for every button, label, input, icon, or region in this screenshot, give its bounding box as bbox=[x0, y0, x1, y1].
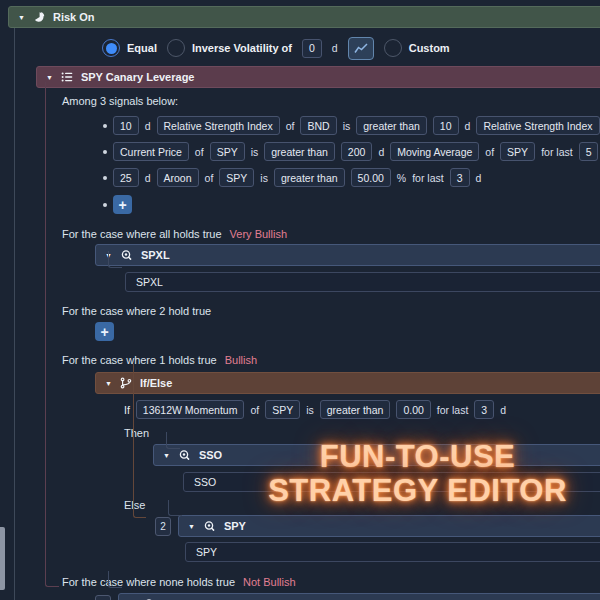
connector-elbow-spxl bbox=[108, 251, 122, 268]
radio-unselected-icon bbox=[167, 39, 185, 57]
asset-search-icon bbox=[178, 449, 191, 462]
connector-elbow-spy bbox=[168, 500, 182, 516]
connector-elbow-sso bbox=[166, 432, 180, 449]
condition-token[interactable]: SPY bbox=[219, 168, 254, 187]
canary-title: SPY Canary Leverage bbox=[81, 71, 195, 83]
condition-token[interactable]: SPY bbox=[500, 142, 535, 161]
collapse-icon[interactable]: ▼ bbox=[163, 452, 170, 459]
condition-text: of bbox=[286, 120, 295, 132]
asset-input-spy[interactable]: SPY bbox=[185, 542, 600, 562]
case-row-two: For the case where 2 hold true bbox=[62, 301, 600, 319]
asset-ticker: SPXL bbox=[141, 249, 170, 261]
condition-token[interactable]: 10 bbox=[113, 116, 139, 135]
condition-token[interactable]: Moving Average bbox=[390, 142, 479, 161]
condition-token[interactable]: 3 bbox=[474, 400, 494, 419]
condition-text: is bbox=[251, 146, 259, 158]
signals-intro: Among 3 signals below: bbox=[62, 95, 600, 107]
condition-token[interactable]: 0.00 bbox=[396, 400, 430, 419]
condition-token[interactable]: 5 bbox=[579, 142, 599, 161]
collapse-icon[interactable]: ▼ bbox=[18, 14, 25, 21]
case-label: For the case where 2 hold true bbox=[62, 305, 211, 317]
asset-input-spxl[interactable]: SPXL bbox=[125, 272, 600, 292]
connector-elbow-bil bbox=[108, 571, 122, 588]
condition-token[interactable]: SPY bbox=[210, 142, 245, 161]
condition-token[interactable]: Current Price bbox=[113, 142, 189, 161]
condition-token[interactable]: greater than bbox=[320, 400, 391, 419]
condition-token[interactable]: greater than bbox=[274, 168, 345, 187]
condition-text: d bbox=[145, 120, 151, 132]
condition-token[interactable]: greater than bbox=[264, 142, 335, 161]
case-row-none: For the case where none holds trueNot Bu… bbox=[62, 572, 600, 590]
bullet-icon bbox=[103, 124, 107, 128]
case-row-all: For the case where all holds trueVery Bu… bbox=[62, 224, 600, 242]
signal-row: 25dAroonofSPYisgreater than50.00%for las… bbox=[103, 168, 600, 187]
signal-row: 10dRelative Strength IndexofBNDisgreater… bbox=[103, 116, 600, 135]
condition-text: for last bbox=[412, 172, 444, 184]
condition-token[interactable]: 13612W Momentum bbox=[136, 400, 245, 419]
bullet-icon bbox=[103, 203, 107, 207]
weight-option-custom-label: Custom bbox=[409, 42, 450, 54]
weight-badge[interactable]: 2 bbox=[155, 517, 171, 536]
if-label: If bbox=[124, 404, 130, 416]
condition-token[interactable]: SPY bbox=[265, 400, 300, 419]
condition-token[interactable]: 10 bbox=[433, 116, 459, 135]
if-condition-row: If 13612W MomentumofSPYisgreater than0.0… bbox=[124, 400, 600, 419]
condition-token[interactable]: Relative Strength Index bbox=[476, 116, 599, 135]
add-signal-row: + bbox=[103, 195, 600, 214]
canary-block-header[interactable]: ▼ SPY Canary Leverage bbox=[36, 66, 600, 88]
weight-option-equal-label: Equal bbox=[127, 42, 157, 54]
condition-text: d bbox=[145, 172, 151, 184]
condition-text: of bbox=[250, 404, 259, 416]
radio-selected-icon bbox=[102, 39, 120, 57]
scope-line-risk-on bbox=[14, 28, 15, 600]
asset-block-header-bil[interactable]: ▼ BIL bbox=[118, 593, 600, 600]
risk-on-block-header[interactable]: ▼ Risk On bbox=[8, 6, 600, 28]
condition-token[interactable]: 25 bbox=[113, 168, 139, 187]
weight-badge[interactable]: 4 bbox=[95, 595, 111, 600]
condition-text: for last bbox=[437, 404, 469, 416]
weight-option-invvol-label: Inverse Volatility of bbox=[192, 42, 292, 54]
condition-text: of bbox=[205, 172, 214, 184]
case-badge: Not Bullish bbox=[243, 576, 296, 588]
signal-row: Current PriceofSPYisgreater than200dMovi… bbox=[103, 142, 600, 161]
line-chart-icon bbox=[354, 43, 368, 54]
branch-icon bbox=[120, 377, 132, 389]
condition-text: d bbox=[465, 120, 471, 132]
strategy-editor: ▼ Risk On Equal Inverse Volatility of 0 … bbox=[0, 0, 600, 600]
collapse-icon[interactable]: ▼ bbox=[188, 523, 195, 530]
condition-text: d bbox=[378, 146, 384, 158]
promo-line2: STRATEGY EDITOR bbox=[235, 474, 600, 508]
collapse-icon[interactable]: ▼ bbox=[46, 74, 53, 81]
case-badge: Bullish bbox=[225, 354, 257, 366]
bullet-icon bbox=[103, 150, 107, 154]
condition-token[interactable]: Relative Strength Index bbox=[157, 116, 280, 135]
list-icon bbox=[61, 71, 73, 83]
weighting-row: Equal Inverse Volatility of 0 d Custom bbox=[102, 37, 600, 59]
promo-overlay: FUN-TO-USE STRATEGY EDITOR bbox=[235, 440, 600, 508]
condition-token[interactable]: 3 bbox=[450, 168, 470, 187]
asset-search-icon bbox=[203, 520, 216, 533]
condition-token[interactable]: greater than bbox=[356, 116, 427, 135]
condition-token[interactable]: 200 bbox=[341, 142, 373, 161]
condition-text: of bbox=[485, 146, 494, 158]
asset-block-header-spy[interactable]: ▼ SPY bbox=[178, 515, 600, 537]
chart-view-button[interactable] bbox=[348, 37, 374, 60]
radio-unselected-icon bbox=[384, 39, 402, 57]
scrollbar-thumb[interactable] bbox=[0, 527, 5, 590]
condition-text: d bbox=[500, 404, 506, 416]
ifelse-block-header[interactable]: ▼ If/Else bbox=[95, 372, 600, 394]
weight-option-equal[interactable]: Equal bbox=[102, 39, 157, 57]
weight-option-custom[interactable]: Custom bbox=[384, 39, 450, 57]
invvol-days-input[interactable]: 0 bbox=[302, 39, 322, 58]
add-block-button[interactable]: + bbox=[95, 322, 114, 341]
promo-line1: FUN-TO-USE bbox=[235, 440, 600, 474]
condition-token[interactable]: Aroon bbox=[157, 168, 199, 187]
condition-token[interactable]: 50.00 bbox=[351, 168, 391, 187]
asset-block-header-spxl[interactable]: ▼ SPXL bbox=[95, 244, 600, 266]
asset-ticker: SSO bbox=[199, 449, 222, 461]
condition-token[interactable]: BND bbox=[300, 116, 336, 135]
pie-chart-icon bbox=[33, 11, 45, 23]
weight-option-inverse-volatility[interactable]: Inverse Volatility of bbox=[167, 39, 292, 57]
collapse-icon[interactable]: ▼ bbox=[105, 380, 112, 387]
add-signal-button[interactable]: + bbox=[113, 195, 132, 214]
